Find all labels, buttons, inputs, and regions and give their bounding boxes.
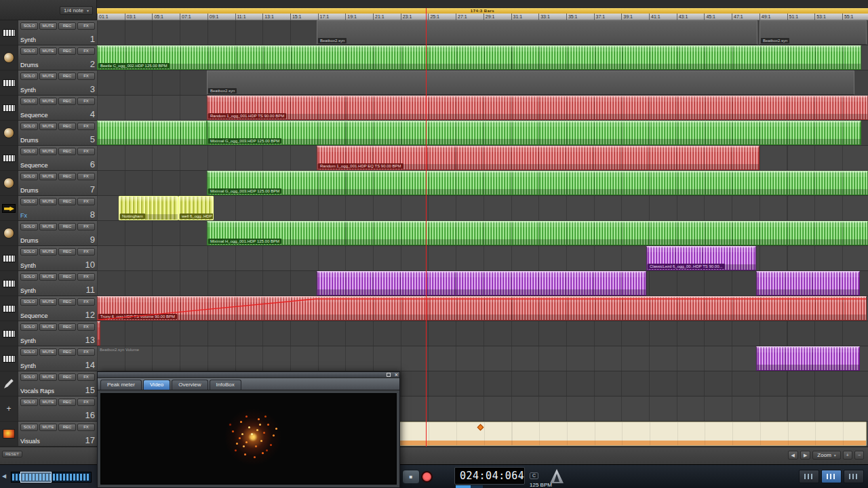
track-lane[interactable]: ClassicLezd 6_ogg_00..HDP TS 90.00... (97, 246, 868, 271)
stop-button[interactable]: ■ (402, 470, 420, 484)
solo-button[interactable]: SOLO (20, 148, 38, 155)
audio-clip[interactable]: Beatbox2.syn (317, 20, 757, 45)
fx-button[interactable]: FX (77, 298, 95, 306)
track-lane[interactable]: Miximal H_ogg_001.HDP 125.00 BPM (97, 221, 868, 246)
mute-button[interactable]: MUTE (39, 22, 57, 30)
fx-button[interactable]: FX (77, 73, 95, 80)
mute-button[interactable]: MUTE (39, 223, 57, 230)
zoom-dropdown[interactable]: Zoom ▾ (812, 451, 840, 460)
reset-button[interactable]: RESET (2, 451, 22, 458)
track-lane[interactable]: Beatbox2.syn (97, 70, 868, 96)
mute-button[interactable]: MUTE (39, 47, 57, 55)
track-header[interactable]: SOLOMUTERECFXSynth3 (0, 70, 97, 96)
mute-button[interactable]: MUTE (39, 148, 57, 155)
video-panel-window[interactable]: × Peak meterVideoOverviewInfoBox (97, 371, 400, 488)
audio-clip[interactable] (97, 121, 207, 145)
fx-button[interactable]: FX (77, 22, 95, 30)
fx-button[interactable]: FX (77, 47, 95, 55)
track-header[interactable]: SOLOMUTERECFXSequence4 (0, 96, 97, 121)
mute-button[interactable]: MUTE (39, 424, 57, 431)
track-header[interactable]: +SOLOMUTERECFX16 (0, 396, 97, 422)
scroll-left-button[interactable]: ◀ (788, 451, 798, 460)
fx-button[interactable]: FX (77, 424, 95, 431)
track-lane[interactable] (97, 321, 868, 346)
track-header[interactable]: SOLOMUTERECFXSynth13 (0, 321, 97, 346)
rec-button[interactable]: REC (58, 273, 76, 281)
solo-button[interactable]: SOLO (20, 223, 38, 230)
track-header[interactable]: SOLOMUTERECFXSequence6 (0, 146, 97, 171)
mute-button[interactable]: MUTE (39, 73, 57, 80)
solo-button[interactable]: SOLO (20, 73, 38, 80)
audio-clip[interactable]: Beatbox2.syn (207, 70, 854, 95)
solo-button[interactable]: SOLO (20, 47, 38, 55)
track-lane[interactable]: Miximal G_ogg_003.HDP 125.00 BPM (97, 171, 868, 196)
track-header[interactable]: SOLOMUTERECFXSynth11 (0, 271, 97, 296)
volume-automation-line[interactable] (98, 297, 867, 321)
fx-button[interactable]: FX (77, 173, 95, 180)
key-badge[interactable]: C (530, 472, 538, 479)
track-lane[interactable]: Beatbox2.synBeatbox2.syn (97, 20, 868, 45)
rec-button[interactable]: REC (58, 248, 76, 256)
rec-button[interactable]: REC (58, 148, 76, 155)
minimap-scroll-left-icon[interactable]: ◀ (2, 473, 6, 479)
mute-button[interactable]: MUTE (39, 198, 57, 205)
audio-clip[interactable] (97, 321, 100, 346)
bar-ruler[interactable]: 01:103:105:107:109:111:113:115:117:119:1… (97, 14, 868, 20)
audio-clip[interactable]: Beetle C_ogg_002.HDP 125.00 BPM (97, 45, 861, 70)
solo-button[interactable]: SOLO (20, 323, 38, 331)
fx-button[interactable]: FX (77, 248, 95, 256)
audio-clip[interactable] (317, 271, 646, 296)
fx-button[interactable]: FX (77, 223, 95, 230)
layout-button-1[interactable] (799, 470, 819, 483)
track-header[interactable]: SOLOMUTERECFXVisuals17 (0, 422, 97, 447)
track-header[interactable]: SOLOMUTERECFXDrums9 (0, 221, 97, 246)
fx-button[interactable]: FX (77, 348, 95, 356)
audio-clip[interactable]: Miximal G_ogg_003.HDP 125.00 BPM (207, 121, 861, 145)
solo-button[interactable]: SOLO (20, 298, 38, 306)
tab-infobox[interactable]: InfoBox (210, 380, 241, 390)
solo-button[interactable]: SOLO (20, 399, 38, 406)
rec-button[interactable]: REC (58, 424, 76, 431)
solo-button[interactable]: SOLO (20, 273, 38, 281)
rec-button[interactable]: REC (58, 47, 76, 55)
solo-button[interactable]: SOLO (20, 123, 38, 130)
track-header[interactable]: SOLOMUTERECFXDrums7 (0, 171, 97, 196)
tab-overview[interactable]: Overview (172, 380, 208, 390)
solo-button[interactable]: SOLO (20, 424, 38, 431)
fx-button[interactable]: FX (77, 148, 95, 155)
rec-button[interactable]: REC (58, 198, 76, 205)
audio-clip[interactable]: Miximal G_ogg_003.HDP 125.00 BPM (207, 171, 868, 195)
rec-button[interactable]: REC (58, 22, 76, 30)
track-lane[interactable]: Random 1_ogg_001.HDP TS 90.00 BPM (97, 96, 868, 121)
panel-titlebar[interactable]: × (98, 372, 399, 378)
layout-button-3[interactable] (844, 470, 864, 483)
mute-button[interactable]: MUTE (39, 323, 57, 331)
time-up-icon[interactable]: ▴ (520, 469, 522, 475)
rec-button[interactable]: REC (58, 223, 76, 230)
track-lane[interactable]: Random 1_ogg_001.HDP EQ TS 90.00 BPM (97, 146, 868, 171)
tab-video[interactable]: Video (143, 380, 170, 390)
track-header[interactable]: SOLOMUTERECFXSequence12 (0, 296, 97, 321)
layout-button-2[interactable] (821, 470, 842, 483)
playhead-cursor[interactable] (426, 8, 427, 447)
fx-button[interactable]: FX (77, 323, 95, 331)
track-lane[interactable]: Nottinghamwell 6_ogg..HDP TS (97, 196, 868, 221)
solo-button[interactable]: SOLO (20, 22, 38, 30)
rec-button[interactable]: REC (58, 348, 76, 356)
zoom-in-button[interactable]: + (843, 451, 852, 460)
solo-button[interactable]: SOLO (20, 198, 38, 205)
solo-button[interactable]: SOLO (20, 373, 38, 381)
rec-button[interactable]: REC (58, 323, 76, 331)
minimap-bar[interactable] (11, 472, 92, 483)
tab-peak-meter[interactable]: Peak meter (100, 380, 142, 390)
rec-button[interactable]: REC (58, 98, 76, 105)
audio-clip[interactable]: ClassicLezd 6_ogg_00..HDP TS 90.00... (646, 246, 756, 270)
track-header[interactable]: SOLOMUTERECFXFx8 (0, 196, 97, 221)
solo-button[interactable]: SOLO (20, 248, 38, 256)
rec-button[interactable]: REC (58, 399, 76, 406)
audio-clip[interactable]: Random 1_ogg_001.HDP TS 90.00 BPM (207, 96, 868, 120)
rec-button[interactable]: REC (58, 298, 76, 306)
solo-button[interactable]: SOLO (20, 173, 38, 180)
solo-button[interactable]: SOLO (20, 348, 38, 356)
mute-button[interactable]: MUTE (39, 298, 57, 306)
